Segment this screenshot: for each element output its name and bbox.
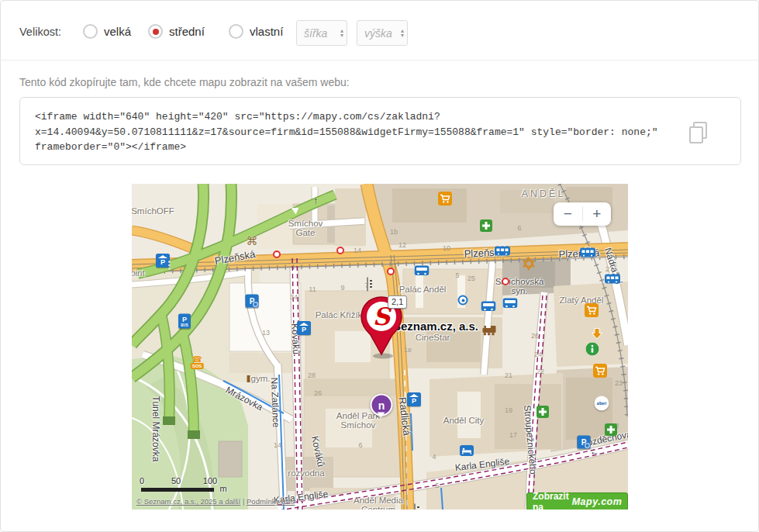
albert-logo[interactable]: albert <box>595 396 609 411</box>
copy-icon[interactable] <box>689 122 706 142</box>
zoom-controls: − + <box>554 202 611 226</box>
building-number: 17 <box>509 431 517 439</box>
radio-label-velka[interactable]: velká <box>104 25 131 38</box>
arrow-down-icon[interactable] <box>591 327 603 340</box>
tram-icon[interactable] <box>580 247 595 258</box>
bus-icon[interactable] <box>415 265 430 276</box>
zoom-out-button[interactable]: − <box>554 202 582 226</box>
building-number: 11 <box>309 285 316 293</box>
monument-icon <box>247 375 250 382</box>
parking-icon[interactable]: P <box>246 295 259 308</box>
scale-tick: 50 <box>171 476 181 485</box>
building-number: 13 <box>262 329 270 337</box>
radio-circle-vlastni[interactable] <box>229 24 243 39</box>
zoom-in-button[interactable]: + <box>583 202 612 226</box>
shopping-cart-icon[interactable] <box>438 192 452 206</box>
place-label-andel-media: Anděl Media Centrum <box>354 496 403 510</box>
pharmacy-cross-icon[interactable] <box>536 406 549 418</box>
attribution-separator: | <box>243 497 244 506</box>
place-label-cinestar: CineStar <box>416 333 450 342</box>
place-label-smichoff: SmíchOFF <box>132 206 174 216</box>
oneway-arrow-icon: ↑ <box>274 413 278 423</box>
embed-code-box: <iframe width="640" height="420" src="ht… <box>19 97 741 165</box>
size-bar: Velikost: velká střední vlastní šířka ▴▾… <box>1 1 758 60</box>
terms-link[interactable]: Podmínky užití <box>247 497 295 506</box>
place-label-smichov-gate: Smíchov Gate <box>288 219 323 237</box>
pharmacy-cross-icon[interactable] <box>480 219 492 232</box>
width-input[interactable]: šířka ▴▾ <box>296 20 347 46</box>
building-number: 12 <box>398 241 406 249</box>
place-label-palac-krizik: Palác Křižík <box>316 310 363 320</box>
tram-stop-icon <box>273 250 281 258</box>
embed-code[interactable]: <iframe width="640" height="420" src="ht… <box>35 109 678 155</box>
parking-garage-icon[interactable]: P <box>407 392 421 406</box>
building-number: 34 <box>290 293 298 301</box>
parking-garage-icon[interactable]: P <box>297 321 311 335</box>
info-icon[interactable] <box>586 343 599 356</box>
place-label-palac-andel: Palác Anděl <box>399 285 447 294</box>
oneway-arrow-icon: ↑ <box>313 195 318 206</box>
building-number: 24 <box>534 351 542 358</box>
platform-icon <box>414 503 416 510</box>
radio-vlastni[interactable]: vlastní <box>229 24 283 39</box>
tram-icon[interactable] <box>605 273 620 285</box>
embed-instruction: Tento kód zkopírujte tam, kde chcete map… <box>19 76 350 88</box>
building-number: 5 <box>455 271 459 279</box>
building-number: 10 <box>443 244 450 252</box>
height-input[interactable]: výška ▴▾ <box>357 20 408 46</box>
sight-icon: ⌘ <box>247 234 258 248</box>
street-label-tunel-mrazovka: Tunel Mrázovka <box>150 396 161 462</box>
tram-stop-icon <box>502 278 509 285</box>
hotel-bed-icon[interactable] <box>460 445 474 456</box>
building-number: 27 <box>605 265 613 273</box>
metro-station-icon[interactable]: n <box>371 394 393 416</box>
shopping-cart-icon[interactable] <box>585 303 599 317</box>
building-number: 14 <box>354 247 361 254</box>
radio-velka[interactable]: velká <box>83 24 131 39</box>
distance-badge: 2,1 <box>388 295 407 309</box>
embed-widget-page: Velikost: velká střední vlastní šířka ▴▾… <box>0 0 759 532</box>
mapy-logo[interactable]: Mapy.com <box>572 496 623 507</box>
parking-bus-icon[interactable]: PBUS <box>178 314 191 329</box>
height-placeholder: výška <box>364 27 401 40</box>
pharmacy-cross-icon[interactable] <box>605 423 617 436</box>
place-label-rozvodna: rozvodna <box>288 468 324 478</box>
tram-stop-icon <box>336 247 344 254</box>
building-number: 26 <box>531 332 539 340</box>
sos-phone-icon: ☎SOS <box>191 355 204 369</box>
district-label: ANDĚL <box>522 188 566 199</box>
open-in-mapy-button[interactable]: Zobrazit na Mapy.com <box>526 492 628 510</box>
radio-label-stredni[interactable]: střední <box>169 25 205 38</box>
radio-stredni[interactable]: střední <box>148 24 205 39</box>
tram-icon[interactable] <box>495 245 510 257</box>
radio-circle-stredni[interactable] <box>148 24 163 39</box>
shopping-cart-icon[interactable] <box>593 364 607 378</box>
star-of-david-icon <box>522 257 536 271</box>
stepper-arrows-icon[interactable]: ▴▾ <box>401 29 404 38</box>
platform-icon <box>367 277 368 292</box>
building-number: 19 <box>505 406 512 414</box>
parking-icon[interactable]: P <box>578 436 591 449</box>
place-label-andel-city: Anděl City <box>443 416 484 425</box>
cta-text[interactable]: Zobrazit na <box>533 491 569 510</box>
place-label-andel-park: Anděl Park Smíchov <box>336 411 380 430</box>
map-preview[interactable]: ANDĚL SmíchOFF Smíchov Gate Plzeňská Plz… <box>132 184 628 510</box>
radio-label-vlastni[interactable]: vlastní <box>250 25 283 38</box>
width-placeholder: šířka <box>304 27 340 40</box>
building-number: 25 <box>467 275 475 282</box>
bus-icon[interactable] <box>503 298 518 309</box>
stepper-arrows-icon[interactable]: ▴▾ <box>340 29 343 38</box>
building-number: 28 <box>308 371 316 379</box>
bus-icon[interactable] <box>481 301 496 312</box>
attribution-link[interactable]: © Seznam.cz, a.s., 2025 a další <box>136 497 240 506</box>
train-icon[interactable] <box>481 325 497 336</box>
building-number: 21 <box>505 371 512 379</box>
size-label: Velikost: <box>19 26 61 38</box>
building-number: 9 <box>340 284 344 292</box>
building-number: 5 <box>435 482 439 489</box>
radio-circle-velka[interactable] <box>83 24 98 39</box>
place-label-gym: gym. <box>247 374 271 383</box>
building-number: 22 <box>536 368 544 375</box>
oneway-arrow-icon: ← <box>590 446 599 457</box>
map-attribution: © Seznam.cz, a.s., 2025 a další | Podmín… <box>136 497 295 506</box>
